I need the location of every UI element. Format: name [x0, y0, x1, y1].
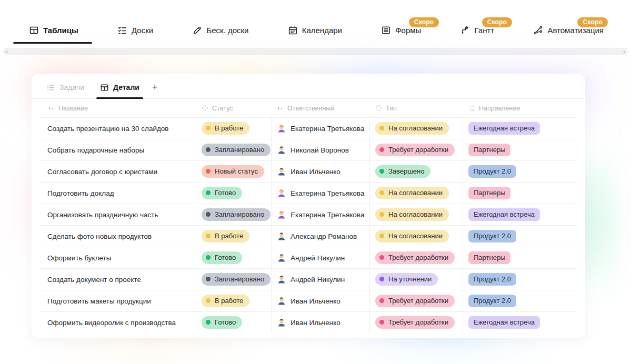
assignee-cell[interactable]: Андрей Никулин — [271, 269, 369, 290]
task-name-cell[interactable]: Создать документ о проекте — [40, 269, 196, 290]
status-cell[interactable]: Готово — [196, 312, 271, 333]
task-name-cell[interactable]: Создать презентацию на 30 слайдов — [40, 118, 196, 139]
task-name-cell[interactable]: Подготовить доклад — [40, 183, 196, 204]
text-type-icon: Тт — [276, 104, 284, 112]
table-row: Подготовить доклад Готово Екатерина Трет… — [40, 182, 577, 204]
sheet-tab-2[interactable]: Детали — [100, 83, 139, 92]
type-cell[interactable]: На согласовании — [369, 183, 463, 204]
direction-cell[interactable]: Продукт 2.0 — [463, 226, 577, 247]
type-cell[interactable]: Требует доработки — [369, 247, 463, 268]
status-cell[interactable]: Запланировано — [196, 269, 271, 290]
table-row: Создать документ о проекте Запланировано… — [40, 268, 577, 290]
nav-tab-2[interactable]: Доски — [117, 25, 153, 35]
status-dot-icon — [206, 277, 211, 281]
type-cell[interactable]: На уточнении — [369, 269, 463, 290]
direction-cell[interactable]: Продукт 2.0 — [463, 290, 577, 311]
direction-cell[interactable]: Ежегодная встреча — [463, 118, 577, 139]
assignee-cell[interactable]: Екатерина Третьякова — [271, 204, 369, 225]
type-cell[interactable]: На согласовании — [369, 118, 463, 139]
table-body: Создать презентацию на 30 слайдов В рабо… — [40, 117, 577, 333]
table-row: Создать презентацию на 30 слайдов В рабо… — [40, 117, 577, 139]
task-name-cell[interactable]: Оформить видеоролик с производства — [40, 312, 196, 333]
task-name-cell[interactable]: Организовать праздничную часть — [40, 204, 196, 225]
status-cell[interactable]: Новый статус — [196, 161, 271, 182]
direction-tag: Продукт 2.0 — [468, 273, 516, 286]
soon-badge: Скоро — [482, 17, 513, 27]
assignee-cell[interactable]: Андрей Никулин — [271, 247, 369, 268]
type-badge: Требует доработки — [375, 251, 455, 264]
task-name-cell[interactable]: Согласовать договор с юристами — [40, 161, 196, 182]
type-badge: Завершено — [375, 165, 430, 178]
type-badge: Требует доработки — [375, 144, 455, 156]
status-cell[interactable]: В работе — [196, 290, 271, 311]
direction-cell[interactable]: Продукт 2.0 — [463, 161, 577, 182]
type-label: На согласовании — [388, 189, 443, 197]
column-header-2[interactable]: Статус — [196, 104, 271, 112]
list-icon — [468, 104, 476, 112]
status-badge: Запланировано — [202, 273, 271, 286]
assignee-cell[interactable]: Иван Ильченко — [271, 312, 369, 333]
direction-cell[interactable]: Партнеры — [463, 139, 577, 160]
nav-tab-7[interactable]: Автоматизация Скоро — [533, 25, 604, 35]
status-cell[interactable]: В работе — [196, 226, 271, 247]
type-cell[interactable]: Требует доработки — [369, 312, 463, 333]
avatar-man-icon — [277, 145, 286, 155]
status-circle-icon — [201, 104, 209, 112]
column-header-1[interactable]: Тт Название — [40, 104, 196, 112]
chevron-left-icon[interactable]: ‹ — [6, 49, 8, 55]
add-sheet-button[interactable]: + — [152, 83, 158, 92]
nav-tab-6[interactable]: Гантт Скоро — [460, 25, 495, 35]
chevron-right-icon[interactable]: › — [623, 49, 625, 55]
assignee-cell[interactable]: Николай Воронов — [271, 139, 369, 160]
horizontal-scrollbar[interactable]: ‹ › — [3, 48, 628, 55]
direction-cell[interactable]: Ежегодная встреча — [463, 204, 577, 225]
type-label: На согласовании — [388, 232, 443, 240]
task-name-cell[interactable]: Подготовить макеты продукции — [40, 290, 196, 311]
assignee-cell[interactable]: Иван Ильченко — [271, 290, 369, 311]
status-cell[interactable]: В работе — [196, 118, 271, 139]
table-row: Оформить видеоролик с производства Готов… — [40, 311, 577, 333]
status-badge: Готово — [202, 187, 242, 199]
type-dot-icon — [379, 126, 384, 130]
calendar-icon — [288, 25, 298, 35]
type-cell[interactable]: Завершено — [369, 161, 463, 182]
type-label: Требует доработки — [388, 318, 448, 326]
direction-cell[interactable]: Ежегодная встреча — [463, 312, 577, 333]
assignee-cell[interactable]: Екатерина Третьякова — [271, 118, 369, 139]
column-header-label: Направление — [479, 105, 520, 112]
status-cell[interactable]: Готово — [196, 247, 271, 268]
sheet-tab-1[interactable]: Задачи — [46, 83, 84, 92]
column-header-4[interactable]: Тип — [369, 104, 463, 112]
direction-tag: Ежегодная встреча — [468, 208, 540, 221]
direction-cell[interactable]: Партнеры — [463, 183, 577, 204]
nav-tab-5[interactable]: Формы Скоро — [381, 25, 421, 35]
type-cell[interactable]: Требует доработки — [369, 290, 463, 311]
task-name-cell[interactable]: Собрать подарочные наборы — [40, 139, 196, 160]
type-dot-icon — [379, 169, 384, 174]
type-badge: На согласовании — [375, 208, 449, 221]
avatar-man-icon — [277, 318, 286, 327]
status-cell[interactable]: Запланировано — [196, 204, 271, 225]
nav-tab-4[interactable]: Календари — [288, 25, 342, 35]
type-cell[interactable]: На согласовании — [369, 204, 463, 225]
avatar-man-icon — [277, 296, 286, 306]
direction-cell[interactable]: Продукт 2.0 — [463, 269, 577, 290]
direction-cell[interactable]: Партнеры — [463, 247, 577, 268]
type-cell[interactable]: Требует доработки — [369, 139, 463, 160]
type-cell[interactable]: На согласовании — [369, 226, 463, 247]
status-cell[interactable]: Запланировано — [196, 139, 271, 160]
assignee-name: Андрей Никулин — [291, 276, 345, 284]
task-name-cell[interactable]: Сделать фото новых продуктов — [40, 226, 196, 247]
assignee-cell[interactable]: Александр Романов — [271, 226, 369, 247]
column-header-5[interactable]: Направление — [463, 104, 577, 112]
assignee-cell[interactable]: Иван Ильченко — [271, 161, 369, 182]
status-cell[interactable]: Готово — [196, 183, 271, 204]
gantt-icon — [460, 25, 470, 35]
status-label: В работе — [215, 124, 243, 132]
details-table: Тт Название Статус Тт Ответственный Тип … — [32, 99, 585, 333]
assignee-cell[interactable]: Екатерина Третьякова — [271, 183, 369, 204]
column-header-3[interactable]: Тт Ответственный — [271, 104, 369, 112]
nav-tab-3[interactable]: Беск. доски — [192, 25, 248, 35]
task-name-cell[interactable]: Оформить буклеты — [40, 247, 196, 268]
nav-tab-1[interactable]: Таблицы — [29, 25, 78, 35]
